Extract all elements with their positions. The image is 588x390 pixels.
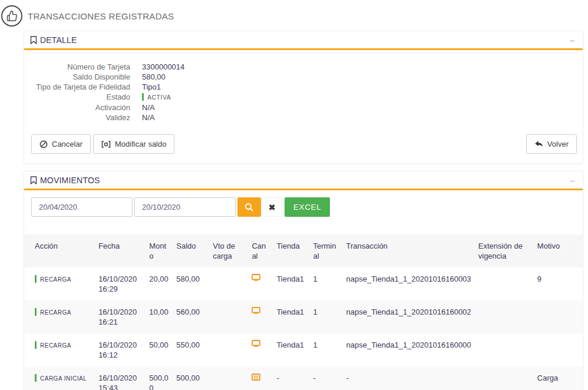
action-bar-icon [35, 374, 37, 382]
search-button[interactable] [237, 197, 261, 217]
cell-transaccion: napse_Tienda1_1_20201016160002 [346, 300, 478, 333]
cell-tienda: Tienda1 [276, 333, 313, 366]
cell-extension [478, 300, 537, 333]
back-button-label: Volver [547, 140, 569, 148]
detalle-fields: Número de Tarjeta 3300000014 Saldo Dispo… [24, 50, 583, 125]
status-text: ACTIVA [147, 94, 171, 101]
cell-tienda: Tienda1 [276, 267, 313, 300]
status-bar-icon [142, 93, 144, 101]
cell-fecha: 16/10/2020 15:43 [98, 366, 149, 390]
cell-accion: RECARGA [24, 333, 98, 366]
movimientos-card: MOVIMIENTOS – ✖ EXCEL Acción Fecha Mont [24, 171, 583, 390]
cell-motivo: Carga [537, 366, 583, 390]
bookmark-icon [30, 36, 37, 44]
col-saldo: Saldo [176, 234, 213, 267]
detalle-actions: Cancelar Modificar saldo Volver [24, 125, 583, 163]
field-saldo-disponible: Saldo Disponible 580,00 [30, 72, 577, 82]
table-row: RECARGA 16/10/2020 16:29 20,00 580,00 Ti… [24, 267, 583, 300]
action-bar-icon [35, 275, 37, 283]
field-label: Validez [30, 113, 130, 123]
back-arrow-icon [534, 140, 543, 148]
cell-monto: 10,00 [149, 300, 176, 333]
modify-balance-button-label: Modificar saldo [115, 140, 166, 148]
cell-terminal: 1 [313, 267, 346, 300]
field-value: 580,00 [142, 72, 166, 82]
cell-canal [252, 300, 276, 333]
cell-monto: 20,00 [149, 267, 176, 300]
cell-saldo: 560,00 [176, 300, 213, 333]
excel-export-button[interactable]: EXCEL [285, 197, 330, 217]
movimientos-collapse-button[interactable]: – [568, 176, 577, 185]
field-value: Tipo1 [142, 82, 161, 92]
cell-fecha: 16/10/2020 16:29 [98, 267, 149, 300]
field-label: Estado [30, 92, 130, 103]
movements-table: Acción Fecha Monto Saldo Vto de carga Ca… [24, 234, 583, 390]
col-extension: Extensión de vigencia [478, 234, 537, 267]
bookmark-icon [30, 176, 37, 184]
status-badge: ACTIVA [142, 92, 171, 103]
cell-motivo [537, 300, 583, 333]
detalle-header: DETALLE – [24, 31, 583, 50]
col-monto: Monto [149, 234, 176, 267]
modify-balance-button[interactable]: Modificar saldo [93, 134, 174, 154]
table-header-row: Acción Fecha Monto Saldo Vto de carga Ca… [24, 234, 583, 267]
cell-vto-de-carga [213, 366, 252, 390]
monitor-icon [252, 340, 260, 348]
cell-canal [252, 366, 276, 390]
col-motivo: Motivo [537, 234, 583, 267]
field-numero-tarjeta: Número de Tarjeta 3300000014 [30, 62, 577, 72]
page-title: TRANSACCIONES REGISTRADAS [28, 11, 174, 21]
cell-motivo [537, 333, 583, 366]
back-button[interactable]: Volver [526, 134, 577, 154]
cell-fecha: 16/10/2020 16:12 [98, 333, 149, 366]
cancel-button[interactable]: Cancelar [31, 134, 91, 154]
cell-terminal: 1 [313, 333, 346, 366]
field-value: 3300000014 [142, 62, 184, 72]
search-icon [245, 203, 254, 212]
col-canal: Canal [252, 234, 276, 267]
cancel-button-label: Cancelar [52, 140, 82, 148]
field-validez: Validez N/A [30, 113, 577, 123]
cell-transaccion: napse_Tienda1_1_20201016160003 [346, 267, 478, 300]
card-icon [252, 374, 260, 381]
thumbs-up-icon [1, 5, 22, 27]
cell-accion: RECARGA [24, 267, 98, 300]
cell-extension [478, 366, 537, 390]
field-label: Número de Tarjeta [30, 62, 130, 72]
field-activacion: Activación N/A [30, 103, 577, 113]
col-terminal: Terminal [313, 234, 346, 267]
cell-accion: RECARGA [24, 300, 98, 333]
cell-canal [252, 267, 276, 300]
detalle-title-wrap: DETALLE [30, 35, 77, 45]
date-from-input[interactable] [31, 197, 133, 217]
cell-motivo: 9 [537, 267, 583, 300]
col-tienda: Tienda [276, 234, 313, 267]
detalle-collapse-button[interactable]: – [568, 36, 577, 45]
cell-vto-de-carga [213, 267, 252, 300]
cell-terminal: - [313, 366, 346, 390]
cell-monto: 50,00 [149, 333, 176, 366]
field-label: Activación [30, 103, 130, 113]
monitor-icon [252, 307, 260, 315]
cell-saldo: 580,00 [176, 267, 213, 300]
filter-bar: ✖ EXCEL [24, 190, 583, 225]
cell-fecha: 16/10/2020 16:21 [98, 300, 149, 333]
cell-transaccion: napse_Tienda1_1_20201016160000 [346, 333, 478, 366]
cell-saldo: 500,00 [176, 366, 213, 390]
page-header: TRANSACCIONES REGISTRADAS [0, 0, 588, 27]
table-row: RECARGA 16/10/2020 16:12 50,00 550,00 Ti… [24, 333, 583, 366]
action-bar-icon [35, 308, 37, 316]
date-to-input[interactable] [134, 197, 236, 217]
col-transaccion: Transacción [346, 234, 478, 267]
field-value: N/A [142, 113, 155, 123]
field-value: N/A [142, 103, 155, 113]
col-vto-de-carga: Vto de carga [213, 234, 252, 267]
detalle-title: DETALLE [40, 35, 77, 45]
cell-vto-de-carga [213, 300, 252, 333]
action-bar-icon [35, 341, 37, 349]
field-estado: Estado ACTIVA [30, 92, 577, 103]
clear-filter-button[interactable]: ✖ [262, 197, 282, 217]
col-accion: Acción [24, 234, 98, 267]
cell-extension [478, 267, 537, 300]
cell-canal [252, 333, 276, 366]
